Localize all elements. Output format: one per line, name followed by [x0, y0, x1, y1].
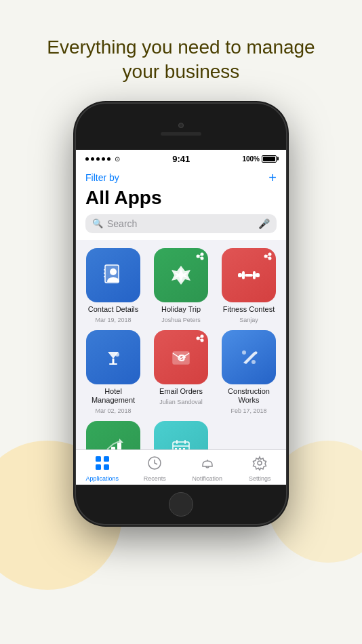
nav-label-recents: Recents	[144, 475, 166, 482]
svg-rect-46	[96, 456, 101, 462]
app-name-fitness-contest: Fitness Contest	[223, 305, 275, 314]
app-name-hotel-management: Hotel Management	[83, 387, 144, 405]
status-bar: ⊙ 9:41 100%	[76, 150, 286, 167]
svg-rect-16	[256, 273, 260, 277]
svg-rect-33	[111, 447, 115, 449]
speaker	[161, 132, 201, 136]
svg-rect-47	[104, 456, 109, 462]
list-item[interactable]	[150, 421, 212, 449]
nav-item-settings[interactable]: Settings	[234, 456, 287, 482]
nav-item-applications[interactable]: Applications	[76, 456, 129, 482]
construction-icon	[234, 342, 264, 372]
trip-icon	[166, 260, 196, 290]
home-button[interactable]	[169, 492, 193, 517]
app-icon-email-orders	[154, 330, 208, 384]
stats-icon	[98, 433, 128, 449]
wifi-icon: ⊙	[115, 155, 120, 163]
svg-rect-20	[113, 359, 115, 363]
hotel-icon	[98, 342, 128, 372]
app-icon-contact-details	[86, 248, 140, 302]
shared-badge-fitness	[263, 251, 273, 263]
svg-rect-21	[109, 363, 117, 365]
svg-point-52	[258, 461, 262, 465]
app-icon-calendar	[154, 421, 208, 449]
nav-item-recents[interactable]: Recents	[129, 456, 182, 482]
svg-rect-17	[242, 271, 245, 279]
signal-dot-2	[91, 157, 94, 161]
applications-icon	[95, 456, 110, 474]
app-meta-contact-details: Mar 19, 2018	[95, 317, 131, 323]
app-meta-fitness-contest: Sanjay	[239, 317, 258, 323]
page-title: All Apps	[85, 187, 277, 209]
signal-dot-1	[85, 157, 89, 161]
app-icon-fitness-contest	[222, 248, 276, 302]
app-meta-email-orders: Julian Sandoval	[159, 399, 203, 405]
battery-icon	[262, 155, 277, 163]
app-meta-hotel-management: Mar 02, 2018	[95, 407, 131, 414]
front-camera	[178, 123, 184, 128]
svg-rect-34	[117, 443, 121, 449]
settings-icon	[252, 456, 267, 474]
app-name-email-orders: Email Orders	[159, 387, 203, 396]
svg-rect-48	[96, 464, 101, 470]
nav-item-notification[interactable]: Notification	[181, 456, 234, 482]
list-item[interactable]: Contact Details Mar 19, 2018	[83, 248, 144, 323]
app-name-construction-works: Construction Works	[218, 387, 279, 405]
search-icon: 🔍	[92, 218, 103, 228]
recents-icon	[147, 456, 162, 474]
battery-percent: 100%	[242, 155, 260, 163]
svg-rect-49	[104, 464, 109, 470]
phone-top-bezel	[76, 104, 286, 150]
app-name-contact-details: Contact Details	[88, 305, 139, 314]
app-icon-construction-works	[222, 330, 276, 384]
signal-dot-5	[107, 157, 110, 161]
svg-rect-18	[253, 271, 256, 279]
search-input[interactable]: Search	[107, 218, 254, 229]
filter-row: Filter by +	[85, 171, 277, 184]
svg-marker-35	[119, 439, 123, 443]
phone-bottom-bezel	[76, 485, 286, 524]
app-name-holiday-trip: Holiday Trip	[161, 305, 201, 314]
app-icon-holiday-trip	[154, 248, 208, 302]
calendar-icon	[166, 433, 196, 449]
svg-point-1	[110, 268, 117, 275]
shared-badge-email	[195, 334, 205, 345]
status-time: 9:41	[172, 154, 190, 164]
signal-dot-3	[96, 157, 100, 161]
phone-shell: ⊙ 9:41 100% Filter by + All Apps 🔍 Searc…	[76, 104, 286, 524]
list-item[interactable]: Hotel Management Mar 02, 2018	[83, 330, 144, 414]
list-item[interactable]: Construction Works Feb 17, 2018	[218, 330, 279, 414]
svg-point-22	[115, 353, 119, 357]
app-icon-hotel-management	[86, 330, 140, 384]
svg-point-30	[242, 350, 246, 355]
shared-badge-trip	[195, 251, 205, 263]
app-meta-holiday-trip: Joshua Peters	[161, 317, 201, 323]
signal-dot-4	[102, 157, 105, 161]
phone-screen: ⊙ 9:41 100% Filter by + All Apps 🔍 Searc…	[76, 150, 286, 485]
bottom-nav: Applications Recents	[76, 449, 286, 485]
svg-rect-40	[175, 448, 177, 449]
contact-icon	[98, 260, 128, 290]
nav-label-settings: Settings	[249, 475, 271, 482]
svg-rect-19	[245, 274, 253, 277]
app-grid: Contact Details Mar 19, 2018	[83, 248, 279, 449]
svg-rect-42	[183, 448, 185, 449]
nav-label-applications: Applications	[85, 475, 119, 482]
list-item[interactable]: Fitness Contest Sanjay	[218, 248, 279, 323]
microphone-icon[interactable]: 🎤	[258, 218, 270, 229]
svg-point-31	[252, 360, 256, 364]
search-bar[interactable]: 🔍 Search 🎤	[85, 214, 277, 233]
app-grid-container: Contact Details Mar 19, 2018	[76, 240, 286, 449]
email-icon	[166, 342, 196, 372]
svg-rect-28	[173, 352, 189, 364]
list-item[interactable]	[83, 421, 144, 449]
list-item[interactable]: Email Orders Julian Sandoval	[150, 330, 212, 414]
app-header: Filter by + All Apps 🔍 Search 🎤	[76, 167, 286, 240]
add-button[interactable]: +	[268, 171, 277, 184]
list-item[interactable]: Holiday Trip Joshua Peters	[150, 248, 212, 323]
nav-label-notification: Notification	[192, 475, 222, 482]
notification-icon	[200, 456, 215, 474]
svg-rect-36	[173, 442, 189, 449]
app-icon-stats	[86, 421, 140, 449]
filter-by-label[interactable]: Filter by	[85, 172, 119, 183]
